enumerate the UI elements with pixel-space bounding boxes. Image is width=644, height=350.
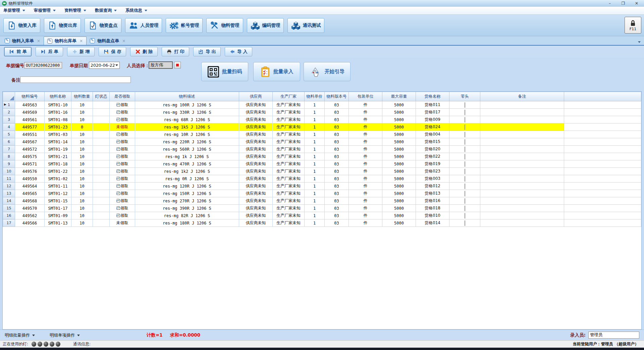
cell-manufacturer[interactable]: 生产厂家未知 <box>273 190 305 197</box>
odd-checkbox[interactable] <box>465 117 465 122</box>
cell-receive-status[interactable]: 已领取 <box>110 160 135 168</box>
cell-material-name[interactable]: SMT01-16 <box>45 109 71 116</box>
cell-material-code[interactable]: 449550 <box>15 175 45 183</box>
cell-lamp[interactable] <box>93 175 110 183</box>
cell-lamp[interactable] <box>93 168 110 175</box>
table-row[interactable]: 15 449570 SMT01-17 10 已领取 res-mg 390R J … <box>3 205 641 212</box>
cell-material-name[interactable]: SMT01-09 <box>45 212 71 219</box>
col-material-code[interactable]: 物料编号 <box>15 92 45 101</box>
cell-remark[interactable] <box>480 197 564 205</box>
cell-slot-name[interactable]: 货格004 <box>416 131 449 138</box>
cell-material-code[interactable]: 449564 <box>15 183 45 190</box>
cell-receive-status[interactable]: 已领取 <box>110 205 135 212</box>
remark-input[interactable] <box>20 77 131 83</box>
menu-item[interactable]: 数据查询 <box>95 8 117 13</box>
cell-unit-price[interactable]: 1 <box>305 175 325 183</box>
cell-slot-name[interactable]: 货格018 <box>416 205 449 212</box>
cell-unit-price[interactable]: 1 <box>305 131 325 138</box>
cell-max-capacity[interactable]: 5000 <box>382 183 416 190</box>
cell-max-capacity[interactable]: 5000 <box>382 131 416 138</box>
cell-lamp[interactable] <box>93 123 110 131</box>
cell-supplier[interactable]: 供应商未知 <box>239 131 273 138</box>
odd-checkbox[interactable] <box>465 213 465 218</box>
cell-unit-price[interactable]: 1 <box>305 160 325 168</box>
odd-checkbox[interactable] <box>465 102 465 108</box>
cell-max-capacity[interactable]: 5000 <box>382 160 416 168</box>
cell-receive-status[interactable]: 已领取 <box>110 116 135 123</box>
cell-supplier[interactable]: 供应商未知 <box>239 146 273 153</box>
cell-quantity[interactable]: 10 <box>71 146 93 153</box>
cell-pack-unit[interactable]: 件 <box>349 190 382 197</box>
cell-quantity[interactable]: 10 <box>71 138 93 146</box>
batch-entry-button[interactable]: 批量录入 <box>253 62 300 81</box>
cell-unit-price[interactable]: 1 <box>305 138 325 146</box>
table-row[interactable]: 3 449561 SMT01-08 10 已领取 res-mg 68R J 12… <box>3 116 641 123</box>
cell-unit-price[interactable]: 1 <box>305 197 325 205</box>
cell-slot-name[interactable]: 货格015 <box>416 138 449 146</box>
col-unit-price[interactable]: 物料单价 <box>305 92 325 101</box>
cell-lamp[interactable] <box>93 197 110 205</box>
cell-material-code[interactable]: 449576 <box>15 168 45 175</box>
col-received[interactable]: 是否领取 <box>110 92 135 101</box>
cell-odd[interactable] <box>449 146 480 153</box>
row-header[interactable]: 15 <box>3 205 15 212</box>
odd-checkbox[interactable] <box>465 206 465 211</box>
table-row[interactable]: 8 449575 SMT01-21 10 已领取 res-mg 1k J 120… <box>3 153 641 160</box>
cell-lamp[interactable] <box>93 116 110 123</box>
cell-remark[interactable] <box>480 168 564 175</box>
tab-close-icon[interactable]: × <box>79 39 83 43</box>
cell-description[interactable]: res-mg 68R J 1206 S <box>135 116 239 123</box>
table-row[interactable]: 2 449569 SMT01-16 10 已领取 res-mg 330R J 1… <box>3 109 641 116</box>
table-row[interactable]: 7 449572 SMT01-19 10 已领取 res-mg 560R J 1… <box>3 146 641 153</box>
cell-unit-price[interactable]: 1 <box>305 146 325 153</box>
cell-max-capacity[interactable]: 5000 <box>382 168 416 175</box>
maximize-button[interactable]: ❐ <box>621 0 626 6</box>
odd-checkbox[interactable] <box>465 139 465 145</box>
menu-item[interactable]: 资料管理 <box>64 8 86 13</box>
cell-supplier[interactable]: 供应商未知 <box>239 138 273 146</box>
cell-quantity[interactable]: 10 <box>71 131 93 138</box>
cell-material-name[interactable]: SMT01-10 <box>45 101 71 109</box>
cell-quantity[interactable]: 10 <box>71 197 93 205</box>
cell-slot-name[interactable]: 货格013 <box>416 190 449 197</box>
cell-pack-unit[interactable]: 件 <box>349 205 382 212</box>
cell-supplier[interactable]: 供应商未知 <box>239 116 273 123</box>
cell-manufacturer[interactable]: 生产厂家未知 <box>273 205 305 212</box>
select-all-header[interactable] <box>3 92 15 101</box>
cell-description[interactable]: res-mg 0R J 1206 S <box>135 175 239 183</box>
cell-manufacturer[interactable]: 生产厂家未知 <box>273 212 305 219</box>
cell-pack-unit[interactable]: 件 <box>349 175 382 183</box>
cell-version[interactable]: 03 <box>325 212 349 219</box>
cell-quantity[interactable]: 10 <box>71 219 93 227</box>
cell-pack-unit[interactable]: 件 <box>349 197 382 205</box>
table-row[interactable]: 5 449551 SMT01-03 10 已领取 res-mg 10R J 12… <box>3 131 641 138</box>
cell-manufacturer[interactable]: 生产厂家未知 <box>273 175 305 183</box>
cell-max-capacity[interactable]: 5000 <box>382 146 416 153</box>
cell-receive-status[interactable]: 已领取 <box>110 109 135 116</box>
odd-checkbox[interactable] <box>465 132 465 137</box>
cell-remark[interactable] <box>480 146 564 153</box>
cell-pack-unit[interactable]: 件 <box>349 131 382 138</box>
cell-receive-status[interactable]: 已领取 <box>110 212 135 219</box>
cell-version[interactable]: 03 <box>325 131 349 138</box>
cell-supplier[interactable]: 供应商未知 <box>239 197 273 205</box>
cell-version[interactable]: 03 <box>325 205 349 212</box>
prev-record-button[interactable]: 前 单 <box>4 47 32 56</box>
lock-f11-button[interactable]: F11 <box>625 17 641 34</box>
cell-receive-status[interactable]: 已领取 <box>110 153 135 160</box>
row-header[interactable]: 14 <box>3 197 15 205</box>
cell-supplier[interactable]: 供应商未知 <box>239 205 273 212</box>
cell-version[interactable]: 03 <box>325 123 349 131</box>
cell-max-capacity[interactable]: 5000 <box>382 123 416 131</box>
save-button[interactable]: 保 存 <box>99 47 126 56</box>
cell-description[interactable]: res-mg 120R J 1206 S <box>135 183 239 190</box>
cell-odd[interactable] <box>449 175 480 183</box>
cell-quantity[interactable]: 10 <box>71 190 93 197</box>
cell-supplier[interactable]: 供应商未知 <box>239 160 273 168</box>
cell-max-capacity[interactable]: 5000 <box>382 138 416 146</box>
col-quantity[interactable]: 物料数量 <box>71 92 93 101</box>
row-header[interactable]: 10 <box>3 168 15 175</box>
cell-supplier[interactable]: 供应商未知 <box>239 101 273 109</box>
cell-lamp[interactable] <box>93 190 110 197</box>
cell-version[interactable]: 03 <box>325 183 349 190</box>
